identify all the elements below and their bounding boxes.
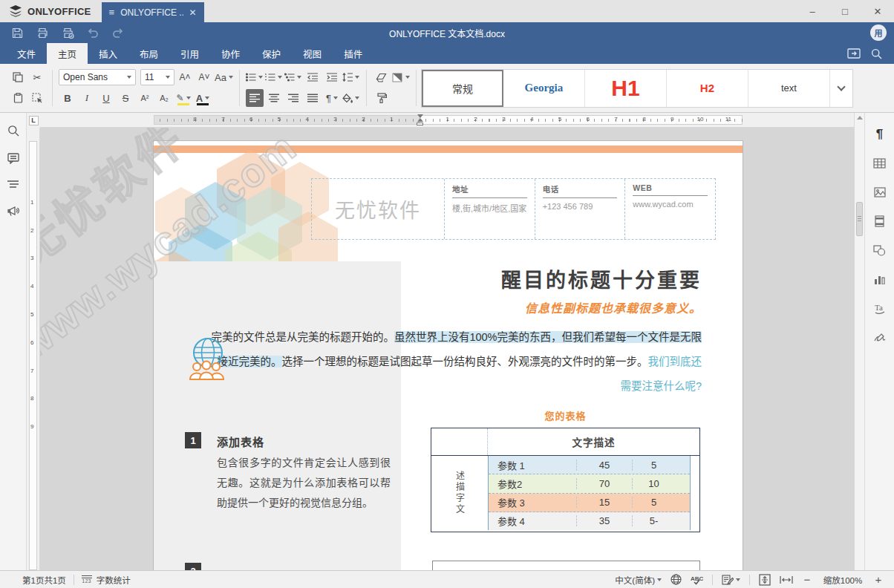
- undo-button[interactable]: [82, 24, 104, 42]
- style-georgia[interactable]: Georgia: [503, 70, 585, 107]
- print-button[interactable]: [31, 24, 53, 42]
- cell-fill-button[interactable]: [392, 68, 410, 86]
- superscript-button[interactable]: A²: [136, 89, 154, 107]
- maximize-button[interactable]: □: [829, 0, 861, 22]
- underline-button[interactable]: U: [97, 89, 115, 107]
- ribbon-tab-保护[interactable]: 保护: [251, 43, 292, 64]
- change-case-button[interactable]: Aa: [215, 68, 233, 86]
- style-h2[interactable]: H2: [667, 70, 748, 107]
- clear-style-button[interactable]: [373, 68, 391, 86]
- close-button[interactable]: ✕: [861, 0, 894, 22]
- set-language-icon[interactable]: [670, 574, 682, 585]
- copy-button[interactable]: [9, 68, 27, 86]
- open-file-location-icon[interactable]: [847, 48, 861, 59]
- tab-stop-selector[interactable]: L: [29, 116, 39, 125]
- decrease-font-button[interactable]: A˅: [195, 68, 213, 86]
- fit-page-button[interactable]: [759, 574, 771, 586]
- spellcheck-icon[interactable]: ABC: [691, 575, 703, 585]
- vertical-ruler[interactable]: 123456789: [27, 128, 40, 570]
- zoom-out-button[interactable]: −: [802, 573, 812, 586]
- indent-marker[interactable]: [416, 114, 424, 125]
- style-h1[interactable]: H1: [585, 70, 667, 107]
- document-table[interactable]: 文字描述 述描字文 参数 1455参数27010参数 3155参数 4355-: [431, 428, 700, 532]
- font-size-select[interactable]: 11: [140, 69, 174, 85]
- navigation-icon[interactable]: [7, 180, 19, 189]
- strikethrough-button[interactable]: S: [117, 89, 134, 107]
- signature-settings-icon[interactable]: [872, 330, 887, 344]
- header-footer-settings-icon[interactable]: [872, 215, 887, 228]
- search-icon[interactable]: [871, 48, 882, 59]
- ribbon-tab-协作[interactable]: 协作: [210, 43, 251, 64]
- cut-button[interactable]: ✂: [28, 68, 46, 86]
- table-row[interactable]: 参数27010: [489, 474, 690, 493]
- decrease-indent-button[interactable]: [304, 68, 322, 86]
- numbering-button[interactable]: [265, 68, 283, 86]
- ribbon-tab-插件[interactable]: 插件: [333, 43, 373, 64]
- tab-menu-icon[interactable]: ≡: [109, 7, 115, 18]
- paste-button[interactable]: [9, 89, 27, 107]
- subscript-button[interactable]: A₂: [155, 89, 173, 107]
- word-count-button[interactable]: 123 字数统计: [82, 574, 131, 586]
- table-row[interactable]: 参数 3155: [489, 494, 690, 512]
- document-page[interactable]: 无忧软件 地址 楼,街,城市/地区,国家 电话 +123 456 789 WEB…: [154, 141, 743, 570]
- style-normal[interactable]: 常规: [422, 70, 503, 107]
- multilevel-list-button[interactable]: [284, 68, 302, 86]
- ribbon-tab-引用[interactable]: 引用: [169, 43, 210, 64]
- ribbon-tab-插入[interactable]: 插入: [88, 43, 128, 64]
- comments-icon[interactable]: [7, 153, 19, 164]
- horizontal-ruler[interactable]: 876543211234567891011: [40, 113, 854, 128]
- justify-button[interactable]: [304, 89, 322, 107]
- italic-button[interactable]: I: [78, 89, 96, 107]
- font-name-select[interactable]: Open Sans: [59, 69, 136, 85]
- user-avatar[interactable]: 用: [870, 24, 887, 41]
- find-icon[interactable]: [7, 125, 19, 137]
- redo-button[interactable]: [107, 24, 129, 42]
- bold-button[interactable]: B: [59, 89, 76, 107]
- ribbon-tab-视图[interactable]: 视图: [292, 43, 333, 64]
- scroll-up-icon[interactable]: [857, 116, 863, 120]
- format-painter-button[interactable]: [373, 89, 391, 107]
- increase-indent-button[interactable]: [323, 68, 341, 86]
- shape-settings-icon[interactable]: [872, 244, 887, 257]
- chart-settings-icon[interactable]: [872, 272, 887, 286]
- styles-expand-button[interactable]: [830, 70, 852, 107]
- line-spacing-button[interactable]: [342, 68, 360, 86]
- save-button[interactable]: [6, 24, 28, 42]
- zoom-level[interactable]: 缩放100%: [821, 574, 864, 586]
- select-all-button[interactable]: [28, 89, 46, 107]
- font-color-button[interactable]: A: [194, 89, 212, 107]
- fit-width-button[interactable]: [780, 575, 793, 584]
- textart-settings-icon[interactable]: Ta: [872, 301, 887, 315]
- nonprinting-chars-button[interactable]: ¶: [323, 89, 341, 107]
- table-settings-icon[interactable]: [872, 157, 887, 170]
- style-text[interactable]: text: [748, 70, 830, 107]
- increase-font-button[interactable]: A˄: [176, 68, 194, 86]
- ribbon-tab-布局[interactable]: 布局: [128, 43, 169, 64]
- minimize-button[interactable]: –: [796, 0, 829, 22]
- tab-close-icon[interactable]: ✕: [189, 7, 197, 18]
- feedback-icon[interactable]: [7, 206, 19, 217]
- paragraph-shading-button[interactable]: [342, 89, 360, 107]
- align-center-button[interactable]: [265, 89, 283, 107]
- zoom-in-button[interactable]: +: [873, 573, 884, 586]
- bullets-button[interactable]: [246, 68, 264, 86]
- highlight-color-button[interactable]: ✎: [174, 89, 192, 107]
- scrollbar-thumb[interactable]: [856, 202, 863, 236]
- table-row[interactable]: 参数 4355-: [489, 512, 690, 530]
- document-canvas[interactable]: 无忧软件 www.wycad.com 无忧软件 地址 楼,街,城市/地区,国家: [40, 128, 854, 570]
- table-row[interactable]: 参数 1455: [489, 456, 690, 474]
- quick-print-button[interactable]: [56, 24, 79, 42]
- page-indicator[interactable]: 第1页共1页: [22, 574, 66, 586]
- image-settings-icon[interactable]: [872, 186, 887, 199]
- table-corner-cell: [431, 428, 488, 455]
- ribbon-tab-主页[interactable]: 主页: [47, 43, 88, 64]
- paragraph-settings-icon[interactable]: ¶: [872, 128, 887, 141]
- ribbon-tab-文件[interactable]: 文件: [6, 43, 47, 64]
- language-select[interactable]: 中文(简体): [615, 574, 662, 586]
- vertical-scrollbar[interactable]: [854, 113, 864, 570]
- track-changes-button[interactable]: [722, 575, 740, 585]
- company-header-table[interactable]: 无忧软件 地址 楼,街,城市/地区,国家 电话 +123 456 789 WEB…: [311, 178, 716, 240]
- align-right-button[interactable]: [284, 89, 302, 107]
- document-tab[interactable]: ≡ ONLYOFFICE ... ✕: [102, 2, 204, 22]
- align-left-button[interactable]: [246, 89, 264, 107]
